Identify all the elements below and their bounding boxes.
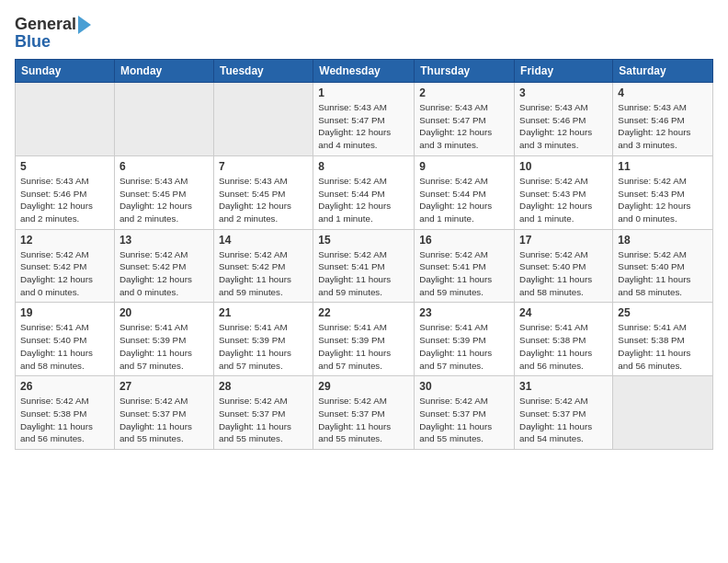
logo-general: General bbox=[15, 15, 76, 34]
calendar-cell: 4Sunrise: 5:43 AM Sunset: 5:46 PM Daylig… bbox=[613, 83, 713, 156]
day-header-saturday: Saturday bbox=[613, 60, 713, 83]
day-number: 4 bbox=[618, 86, 708, 99]
calendar-cell: 18Sunrise: 5:42 AM Sunset: 5:40 PM Dayli… bbox=[613, 229, 713, 303]
day-info: Sunrise: 5:41 AM Sunset: 5:39 PM Dayligh… bbox=[219, 321, 308, 372]
day-info: Sunrise: 5:41 AM Sunset: 5:40 PM Dayligh… bbox=[20, 321, 109, 372]
calendar-cell: 26Sunrise: 5:42 AM Sunset: 5:38 PM Dayli… bbox=[16, 376, 115, 450]
calendar-cell: 22Sunrise: 5:41 AM Sunset: 5:39 PM Dayli… bbox=[313, 303, 415, 376]
day-info: Sunrise: 5:42 AM Sunset: 5:40 PM Dayligh… bbox=[519, 248, 608, 299]
day-number: 1 bbox=[318, 86, 409, 99]
day-number: 16 bbox=[419, 234, 509, 247]
calendar-cell: 29Sunrise: 5:42 AM Sunset: 5:37 PM Dayli… bbox=[313, 376, 415, 450]
day-header-monday: Monday bbox=[114, 60, 213, 83]
logo-blue: Blue bbox=[15, 32, 51, 52]
day-header-wednesday: Wednesday bbox=[313, 60, 415, 83]
day-info: Sunrise: 5:41 AM Sunset: 5:38 PM Dayligh… bbox=[519, 321, 608, 372]
calendar-cell: 10Sunrise: 5:42 AM Sunset: 5:43 PM Dayli… bbox=[515, 155, 613, 229]
calendar-cell: 31Sunrise: 5:42 AM Sunset: 5:37 PM Dayli… bbox=[515, 376, 613, 450]
calendar-cell: 6Sunrise: 5:43 AM Sunset: 5:45 PM Daylig… bbox=[114, 155, 213, 229]
day-number: 28 bbox=[219, 380, 308, 393]
calendar-cell: 15Sunrise: 5:42 AM Sunset: 5:41 PM Dayli… bbox=[313, 229, 415, 303]
day-header-tuesday: Tuesday bbox=[213, 60, 313, 83]
day-info: Sunrise: 5:42 AM Sunset: 5:37 PM Dayligh… bbox=[318, 395, 409, 445]
day-header-sunday: Sunday bbox=[16, 60, 115, 83]
day-number: 19 bbox=[20, 306, 109, 319]
day-number: 9 bbox=[419, 160, 509, 173]
calendar-cell: 9Sunrise: 5:42 AM Sunset: 5:44 PM Daylig… bbox=[415, 155, 515, 229]
day-info: Sunrise: 5:42 AM Sunset: 5:41 PM Dayligh… bbox=[419, 248, 509, 299]
calendar-cell: 2Sunrise: 5:43 AM Sunset: 5:47 PM Daylig… bbox=[415, 83, 515, 156]
day-number: 23 bbox=[419, 306, 509, 319]
day-info: Sunrise: 5:43 AM Sunset: 5:46 PM Dayligh… bbox=[20, 175, 109, 225]
day-info: Sunrise: 5:42 AM Sunset: 5:41 PM Dayligh… bbox=[318, 248, 409, 299]
day-number: 10 bbox=[519, 160, 608, 173]
calendar-cell: 24Sunrise: 5:41 AM Sunset: 5:38 PM Dayli… bbox=[515, 303, 613, 376]
day-number: 17 bbox=[519, 234, 608, 247]
day-number: 31 bbox=[519, 380, 608, 393]
day-number: 30 bbox=[419, 380, 509, 393]
calendar-cell: 5Sunrise: 5:43 AM Sunset: 5:46 PM Daylig… bbox=[16, 155, 115, 229]
day-number: 11 bbox=[618, 160, 708, 173]
calendar-cell: 3Sunrise: 5:43 AM Sunset: 5:46 PM Daylig… bbox=[515, 83, 613, 156]
calendar-table: SundayMondayTuesdayWednesdayThursdayFrid… bbox=[15, 59, 713, 450]
calendar-cell: 16Sunrise: 5:42 AM Sunset: 5:41 PM Dayli… bbox=[415, 229, 515, 303]
day-info: Sunrise: 5:43 AM Sunset: 5:45 PM Dayligh… bbox=[119, 175, 209, 225]
day-info: Sunrise: 5:42 AM Sunset: 5:37 PM Dayligh… bbox=[219, 395, 308, 445]
calendar-cell: 14Sunrise: 5:42 AM Sunset: 5:42 PM Dayli… bbox=[213, 229, 313, 303]
day-number: 20 bbox=[119, 306, 209, 319]
day-info: Sunrise: 5:42 AM Sunset: 5:42 PM Dayligh… bbox=[219, 248, 308, 299]
calendar-cell: 30Sunrise: 5:42 AM Sunset: 5:37 PM Dayli… bbox=[415, 376, 515, 450]
calendar-cell bbox=[114, 83, 213, 156]
day-number: 27 bbox=[119, 380, 209, 393]
day-number: 6 bbox=[119, 160, 209, 173]
header: General Blue bbox=[15, 15, 713, 52]
calendar-week-4: 19Sunrise: 5:41 AM Sunset: 5:40 PM Dayli… bbox=[16, 303, 713, 376]
day-info: Sunrise: 5:43 AM Sunset: 5:45 PM Dayligh… bbox=[219, 175, 308, 225]
day-info: Sunrise: 5:43 AM Sunset: 5:47 PM Dayligh… bbox=[318, 101, 409, 152]
day-number: 18 bbox=[618, 234, 708, 247]
day-info: Sunrise: 5:42 AM Sunset: 5:37 PM Dayligh… bbox=[419, 395, 509, 445]
calendar-week-1: 1Sunrise: 5:43 AM Sunset: 5:47 PM Daylig… bbox=[16, 83, 713, 156]
logo-arrow-icon bbox=[78, 16, 91, 34]
day-number: 3 bbox=[519, 86, 608, 99]
day-info: Sunrise: 5:43 AM Sunset: 5:46 PM Dayligh… bbox=[519, 101, 608, 152]
calendar-cell: 7Sunrise: 5:43 AM Sunset: 5:45 PM Daylig… bbox=[213, 155, 313, 229]
day-number: 13 bbox=[119, 234, 209, 247]
day-number: 14 bbox=[219, 234, 308, 247]
calendar-cell: 27Sunrise: 5:42 AM Sunset: 5:37 PM Dayli… bbox=[114, 376, 213, 450]
calendar-cell: 8Sunrise: 5:42 AM Sunset: 5:44 PM Daylig… bbox=[313, 155, 415, 229]
days-of-week-row: SundayMondayTuesdayWednesdayThursdayFrid… bbox=[16, 60, 713, 83]
day-number: 21 bbox=[219, 306, 308, 319]
calendar-cell: 23Sunrise: 5:41 AM Sunset: 5:39 PM Dayli… bbox=[415, 303, 515, 376]
day-info: Sunrise: 5:42 AM Sunset: 5:42 PM Dayligh… bbox=[20, 248, 109, 299]
calendar-cell: 11Sunrise: 5:42 AM Sunset: 5:43 PM Dayli… bbox=[613, 155, 713, 229]
day-info: Sunrise: 5:42 AM Sunset: 5:44 PM Dayligh… bbox=[318, 175, 409, 225]
calendar-week-5: 26Sunrise: 5:42 AM Sunset: 5:38 PM Dayli… bbox=[16, 376, 713, 450]
day-info: Sunrise: 5:42 AM Sunset: 5:43 PM Dayligh… bbox=[618, 175, 708, 225]
day-info: Sunrise: 5:42 AM Sunset: 5:44 PM Dayligh… bbox=[419, 175, 509, 225]
day-info: Sunrise: 5:42 AM Sunset: 5:43 PM Dayligh… bbox=[519, 175, 608, 225]
day-number: 15 bbox=[318, 234, 409, 247]
day-header-friday: Friday bbox=[515, 60, 613, 83]
calendar-cell: 19Sunrise: 5:41 AM Sunset: 5:40 PM Dayli… bbox=[16, 303, 115, 376]
day-info: Sunrise: 5:42 AM Sunset: 5:40 PM Dayligh… bbox=[618, 248, 708, 299]
calendar-cell bbox=[16, 83, 115, 156]
calendar-cell: 21Sunrise: 5:41 AM Sunset: 5:39 PM Dayli… bbox=[213, 303, 313, 376]
calendar-cell: 17Sunrise: 5:42 AM Sunset: 5:40 PM Dayli… bbox=[515, 229, 613, 303]
day-number: 5 bbox=[20, 160, 109, 173]
day-info: Sunrise: 5:41 AM Sunset: 5:39 PM Dayligh… bbox=[318, 321, 409, 372]
day-number: 22 bbox=[318, 306, 409, 319]
calendar-body: 1Sunrise: 5:43 AM Sunset: 5:47 PM Daylig… bbox=[16, 83, 713, 450]
day-number: 29 bbox=[318, 380, 409, 393]
day-number: 2 bbox=[419, 86, 509, 99]
calendar-cell: 12Sunrise: 5:42 AM Sunset: 5:42 PM Dayli… bbox=[16, 229, 115, 303]
day-info: Sunrise: 5:42 AM Sunset: 5:37 PM Dayligh… bbox=[519, 395, 608, 445]
day-info: Sunrise: 5:42 AM Sunset: 5:42 PM Dayligh… bbox=[119, 248, 209, 299]
day-info: Sunrise: 5:41 AM Sunset: 5:39 PM Dayligh… bbox=[419, 321, 509, 372]
day-info: Sunrise: 5:43 AM Sunset: 5:46 PM Dayligh… bbox=[618, 101, 708, 152]
day-number: 7 bbox=[219, 160, 308, 173]
day-number: 12 bbox=[20, 234, 109, 247]
day-number: 24 bbox=[519, 306, 608, 319]
calendar-cell: 25Sunrise: 5:41 AM Sunset: 5:38 PM Dayli… bbox=[613, 303, 713, 376]
day-header-thursday: Thursday bbox=[415, 60, 515, 83]
